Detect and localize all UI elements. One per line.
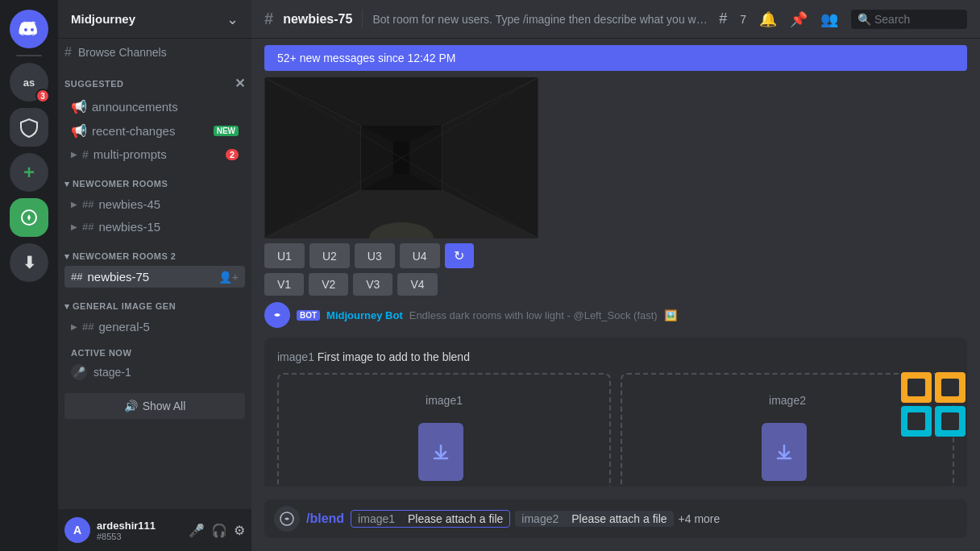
search-label: Search (874, 13, 910, 26)
command-input-area[interactable]: /blend image1 Please attach a file image… (264, 499, 967, 538)
section-close-suggested[interactable]: ✕ (235, 76, 246, 91)
section-header-suggested[interactable]: SUGGESTED ✕ (58, 63, 251, 94)
command-params: image1 Please attach a file image2 Pleas… (351, 510, 720, 528)
server-name: Midjourney (71, 12, 135, 26)
channel-name-newbies-15: newbies-15 (98, 220, 239, 234)
pin-icon[interactable]: 📌 (790, 10, 808, 28)
section-header-general-image-gen[interactable]: ▾ GENERAL IMAGE GEN (58, 288, 251, 315)
hash-icon-multi-prompts: # (82, 148, 89, 161)
file-icon-2 (762, 423, 807, 481)
search-icon: 🔍 (858, 13, 871, 26)
explore-button[interactable] (10, 198, 48, 237)
expand-arrow-general-5: ▶ (71, 322, 77, 331)
channel-item-newbies-45[interactable]: ▶ ## newbies-45 (64, 193, 245, 215)
button-u4[interactable]: U4 (400, 243, 440, 268)
active-user-stage1: 🎤 stage-1 (64, 361, 245, 383)
channel-item-general-5[interactable]: ▶ ## general-5 (64, 316, 245, 338)
bot-message-text: Endless dark rooms with low light - @Lef… (409, 309, 658, 321)
sidebar-header: Midjourney ⌄ (58, 0, 251, 39)
channel-name-multi-prompts: multi-prompts (93, 147, 221, 161)
user-tag: #8553 (97, 532, 182, 541)
refresh-button[interactable]: ↻ (445, 243, 474, 268)
hallway-svg (264, 77, 538, 238)
button-v3[interactable]: V3 (353, 273, 392, 296)
param-val-1: Please attach a file (408, 512, 503, 525)
discord-home-button[interactable] (10, 10, 48, 48)
headset-icon[interactable]: 🎧 (211, 523, 227, 538)
icon-bar: as 3 + ⬇ (0, 0, 58, 551)
search-bar[interactable]: 🔍 Search (851, 10, 967, 29)
upload-arrow-icon-2 (773, 441, 795, 463)
button-u3[interactable]: U3 (355, 243, 395, 268)
channel-header-desc: Bot room for new users. Type /imagine th… (372, 13, 709, 26)
mj-logo-svg (899, 371, 967, 438)
button-u1[interactable]: U1 (264, 243, 305, 268)
action-buttons-row1: U1 U2 U3 U4 ↻ (264, 243, 967, 268)
upload-box-image1[interactable]: image1 Drag and drop or click toupload f… (277, 373, 611, 487)
button-v4[interactable]: V4 (397, 273, 437, 296)
server-icon-midjourney[interactable] (10, 108, 48, 147)
mic-icon[interactable]: 🎤 (189, 523, 205, 538)
channel-item-announcements[interactable]: 📢 announcements (64, 95, 245, 118)
action-buttons-row2: V1 V2 V3 V4 (264, 273, 967, 296)
channel-name-recent-changes: recent-changes (92, 124, 209, 138)
svg-rect-20 (941, 379, 959, 396)
server-icon-as[interactable]: as 3 (10, 63, 48, 102)
megaphone-icon: 📢 (71, 99, 87, 114)
channel-name-announcements: announcements (92, 100, 239, 114)
button-u2[interactable]: U2 (309, 243, 350, 268)
button-v2[interactable]: V2 (309, 273, 348, 296)
svg-rect-22 (941, 412, 959, 430)
browse-channels-icon: # (64, 45, 72, 60)
param-chip-image2[interactable]: image2 Please attach a file (515, 511, 673, 527)
command-slash: /blend (306, 512, 344, 526)
active-now-section: ACTIVE NOW 🎤 stage-1 (58, 338, 251, 387)
svg-rect-19 (907, 379, 925, 396)
channel-item-multi-prompts[interactable]: ▶ # multi-prompts 2 (64, 143, 245, 165)
channel-header: # newbies-75 Bot room for new users. Typ… (251, 0, 980, 39)
channel-item-newbies-15[interactable]: ▶ ## newbies-15 (64, 216, 245, 238)
button-v1[interactable]: V1 (264, 273, 304, 296)
section-header-newcomer-rooms-2[interactable]: ▾ NEWCOMER ROOMS 2 (58, 238, 251, 265)
hallway-image (264, 77, 538, 238)
sidebar-content: # Browse Channels SUGGESTED ✕ 📢 announce… (58, 39, 251, 509)
channel-header-hash: # (264, 10, 273, 28)
hash-icon-header[interactable]: # (719, 10, 727, 27)
bot-badge: BOT (297, 310, 320, 321)
download-button[interactable]: ⬇ (10, 243, 48, 282)
show-all-button[interactable]: 🔊 Show All (64, 393, 245, 419)
server-menu-icon[interactable]: ⌄ (226, 10, 239, 28)
members-icon[interactable]: 👥 (820, 10, 838, 28)
param-more[interactable]: +4 more (679, 512, 720, 525)
speaker-icon: 🔊 (124, 400, 138, 412)
bot-avatar (264, 302, 290, 328)
param-key-1: image1 (358, 512, 395, 525)
settings-icon[interactable]: ⚙ (234, 523, 245, 538)
add-server-button[interactable]: + (10, 153, 48, 192)
new-messages-banner[interactable]: 52+ new messages since 12:42 PM (264, 45, 967, 71)
mj-branding (899, 371, 967, 438)
channel-name-general-5: general-5 (98, 320, 239, 334)
channel-item-newbies-75[interactable]: ## newbies-75 👤+ (64, 266, 245, 288)
add-user-icon[interactable]: 👤+ (218, 271, 239, 284)
section-header-newcomer-rooms[interactable]: ▾ NEWCOMER ROOMS (58, 166, 251, 193)
blend-label: image1 (277, 350, 314, 363)
param-key-2: image2 (521, 512, 559, 525)
bell-muted-icon[interactable]: 🔔 (759, 10, 777, 28)
hash-group-icon-4: ## (82, 321, 93, 333)
svg-rect-21 (907, 412, 925, 430)
badge-multi-prompts: 2 (226, 149, 239, 160)
channel-header-name: newbies-75 (283, 12, 352, 27)
expand-arrow-multi-prompts: ▶ (71, 150, 77, 159)
upload-icon-container-1 (418, 416, 470, 481)
section-label-general-image-gen: ▾ GENERAL IMAGE GEN (64, 301, 176, 312)
bot-name: Midjourney Bot (326, 309, 403, 321)
param-chip-image1[interactable]: image1 Please attach a file (351, 510, 510, 528)
channel-name-newbies-45: newbies-45 (98, 197, 239, 211)
icon-bar-divider (16, 55, 42, 56)
image-message: U1 U2 U3 U4 ↻ V1 V2 V3 V4 (264, 77, 967, 296)
browse-channels-button[interactable]: # Browse Channels (58, 39, 251, 63)
active-user-icon: 🎤 (71, 364, 87, 380)
upload-arrow-icon-1 (430, 441, 452, 463)
channel-item-recent-changes[interactable]: 📢 recent-changes NEW (64, 119, 245, 143)
